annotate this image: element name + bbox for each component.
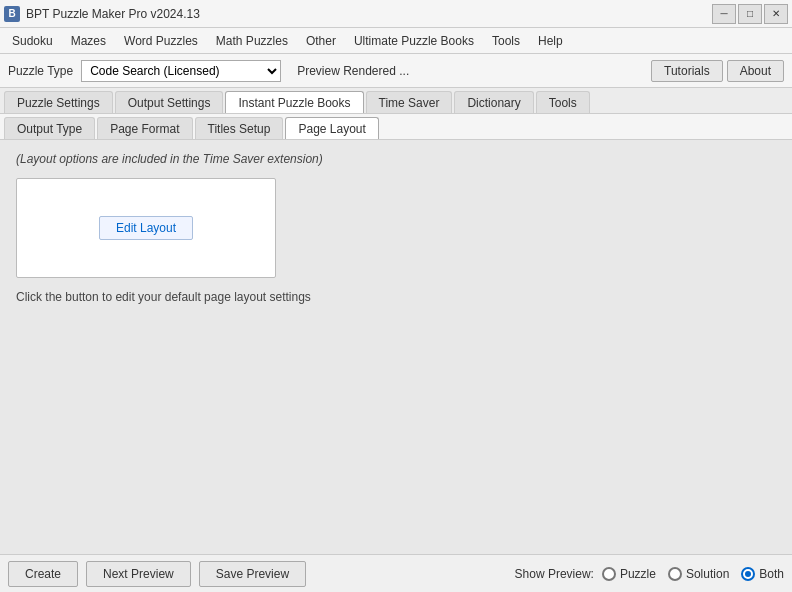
window-controls: ─ □ ✕ [712,4,788,24]
info-text: (Layout options are included in the Time… [16,152,776,166]
puzzle-type-select[interactable]: Code Search (Licensed) [81,60,281,82]
menu-word-puzzles[interactable]: Word Puzzles [116,32,206,50]
next-preview-button[interactable]: Next Preview [86,561,191,587]
tab-dictionary[interactable]: Dictionary [454,91,533,113]
title-bar: B BPT Puzzle Maker Pro v2024.13 ─ □ ✕ [0,0,792,28]
tab-tools[interactable]: Tools [536,91,590,113]
radio-solution-label: Solution [686,567,729,581]
radio-both-circle [741,567,755,581]
tab-page-layout[interactable]: Page Layout [285,117,378,139]
radio-both-label: Both [759,567,784,581]
menu-mazes[interactable]: Mazes [63,32,114,50]
menu-ultimate-puzzle-books[interactable]: Ultimate Puzzle Books [346,32,482,50]
tab-instant-puzzle-books[interactable]: Instant Puzzle Books [225,91,363,113]
show-preview-radio-group: Puzzle Solution Both [602,567,784,581]
puzzle-type-label: Puzzle Type [8,64,73,78]
app-icon: B [4,6,20,22]
close-button[interactable]: ✕ [764,4,788,24]
layout-card: Edit Layout [16,178,276,278]
radio-solution-circle [668,567,682,581]
tab-page-format[interactable]: Page Format [97,117,192,139]
toolbar-buttons: Tutorials About [651,60,784,82]
menu-help[interactable]: Help [530,32,571,50]
tab-time-saver[interactable]: Time Saver [366,91,453,113]
minimize-button[interactable]: ─ [712,4,736,24]
preview-label: Preview Rendered ... [297,64,409,78]
menu-sudoku[interactable]: Sudoku [4,32,61,50]
main-tabs: Puzzle Settings Output Settings Instant … [0,88,792,114]
edit-layout-button[interactable]: Edit Layout [99,216,193,240]
radio-puzzle[interactable]: Puzzle [602,567,656,581]
bottom-bar: Create Next Preview Save Preview Show Pr… [0,554,792,592]
layout-description: Click the button to edit your default pa… [16,290,776,304]
show-preview-label: Show Preview: [515,567,594,581]
tab-titles-setup[interactable]: Titles Setup [195,117,284,139]
save-preview-button[interactable]: Save Preview [199,561,306,587]
app-title: BPT Puzzle Maker Pro v2024.13 [26,7,200,21]
toolbar: Puzzle Type Code Search (Licensed) Previ… [0,54,792,88]
tutorials-button[interactable]: Tutorials [651,60,723,82]
tab-output-type[interactable]: Output Type [4,117,95,139]
tab-output-settings[interactable]: Output Settings [115,91,224,113]
tab-puzzle-settings[interactable]: Puzzle Settings [4,91,113,113]
inner-tabs: Output Type Page Format Titles Setup Pag… [0,114,792,140]
maximize-button[interactable]: □ [738,4,762,24]
main-content: (Layout options are included in the Time… [0,140,792,554]
menu-other[interactable]: Other [298,32,344,50]
create-button[interactable]: Create [8,561,78,587]
radio-puzzle-circle [602,567,616,581]
menu-bar: Sudoku Mazes Word Puzzles Math Puzzles O… [0,28,792,54]
about-button[interactable]: About [727,60,784,82]
menu-math-puzzles[interactable]: Math Puzzles [208,32,296,50]
menu-tools[interactable]: Tools [484,32,528,50]
radio-solution[interactable]: Solution [668,567,729,581]
radio-both[interactable]: Both [741,567,784,581]
title-bar-left: B BPT Puzzle Maker Pro v2024.13 [4,6,200,22]
radio-puzzle-label: Puzzle [620,567,656,581]
